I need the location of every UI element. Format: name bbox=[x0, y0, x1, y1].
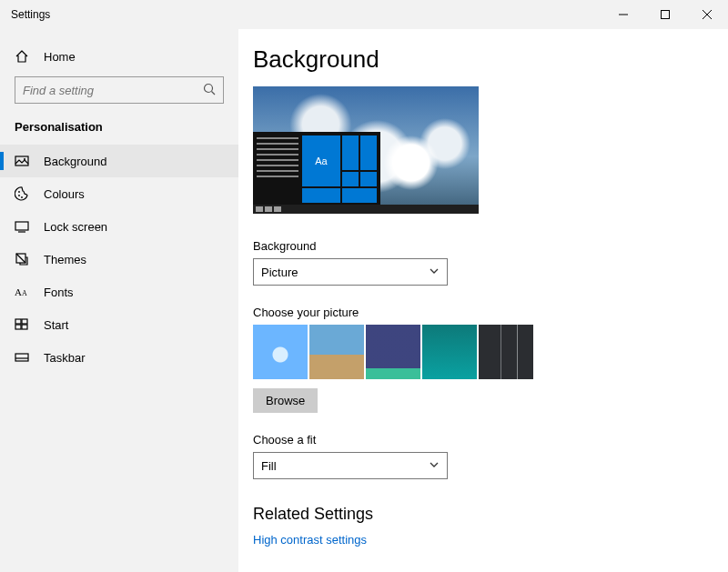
svg-text:A: A bbox=[22, 289, 27, 297]
picture-icon bbox=[15, 154, 29, 168]
svg-line-5 bbox=[212, 91, 216, 95]
home-label: Home bbox=[44, 50, 76, 64]
minimize-icon bbox=[619, 10, 628, 19]
chevron-down-icon bbox=[429, 459, 440, 473]
svg-text:A: A bbox=[15, 286, 22, 297]
background-dropdown-label: Background bbox=[253, 239, 728, 253]
svg-rect-20 bbox=[15, 354, 28, 361]
svg-rect-1 bbox=[662, 11, 670, 19]
background-dropdown-value: Picture bbox=[261, 266, 298, 279]
content-pane[interactable]: Background Aa Background Picture bbox=[238, 29, 728, 572]
sidebar-item-label: Lock screen bbox=[44, 220, 107, 234]
sidebar-item-label: Fonts bbox=[44, 286, 74, 299]
search-input-wrapper[interactable] bbox=[15, 76, 224, 104]
svg-rect-16 bbox=[15, 319, 21, 324]
svg-point-9 bbox=[18, 195, 20, 196]
choose-fit-label: Choose a fit bbox=[253, 433, 728, 447]
sidebar-item-fonts[interactable]: AA Fonts bbox=[0, 276, 238, 308]
fonts-icon: AA bbox=[15, 285, 29, 299]
sidebar-item-colours[interactable]: Colours bbox=[0, 177, 238, 210]
maximize-button[interactable] bbox=[644, 0, 686, 29]
browse-button[interactable]: Browse bbox=[253, 388, 318, 413]
sidebar-item-themes[interactable]: Themes bbox=[0, 243, 238, 276]
home-button[interactable]: Home bbox=[0, 40, 238, 73]
picture-thumbnail[interactable] bbox=[309, 325, 364, 379]
sidebar-item-background[interactable]: Background bbox=[0, 145, 238, 177]
svg-point-8 bbox=[18, 191, 20, 193]
picture-thumbnail[interactable] bbox=[366, 325, 420, 379]
svg-point-10 bbox=[21, 196, 23, 198]
sidebar-item-taskbar[interactable]: Taskbar bbox=[0, 341, 238, 374]
search-icon bbox=[203, 83, 216, 98]
high-contrast-link[interactable]: High contrast settings bbox=[253, 533, 728, 547]
close-icon bbox=[703, 10, 712, 19]
titlebar: Settings bbox=[0, 0, 728, 29]
svg-rect-18 bbox=[15, 325, 21, 329]
sidebar-item-lock-screen[interactable]: Lock screen bbox=[0, 210, 238, 243]
svg-point-4 bbox=[205, 84, 213, 92]
preview-sample-tile: Aa bbox=[302, 135, 340, 186]
sidebar-item-label: Themes bbox=[44, 253, 86, 266]
minimize-button[interactable] bbox=[602, 0, 644, 29]
svg-rect-19 bbox=[22, 325, 27, 329]
chevron-down-icon bbox=[429, 266, 440, 279]
background-dropdown[interactable]: Picture bbox=[253, 258, 448, 286]
sidebar-item-label: Taskbar bbox=[44, 351, 86, 365]
preview-start-menu: Aa bbox=[253, 132, 380, 205]
background-preview: Aa bbox=[253, 86, 479, 214]
picture-thumbnail[interactable] bbox=[479, 325, 533, 379]
picture-thumbnail[interactable] bbox=[253, 325, 308, 379]
maximize-icon bbox=[661, 10, 670, 19]
start-icon bbox=[15, 317, 29, 332]
home-icon bbox=[15, 49, 29, 64]
svg-point-7 bbox=[24, 158, 25, 160]
taskbar-icon bbox=[15, 350, 29, 365]
sidebar-item-start[interactable]: Start bbox=[0, 308, 238, 341]
picture-thumbnail[interactable] bbox=[422, 325, 477, 379]
palette-icon bbox=[15, 186, 29, 201]
fit-dropdown-value: Fill bbox=[261, 459, 277, 473]
svg-rect-11 bbox=[15, 222, 28, 230]
picture-thumbnails bbox=[253, 325, 728, 379]
related-settings-title: Related Settings bbox=[253, 505, 728, 524]
sidebar-item-label: Background bbox=[44, 155, 106, 168]
lock-screen-icon bbox=[15, 219, 29, 234]
page-title: Background bbox=[253, 45, 728, 74]
sidebar-item-label: Start bbox=[44, 318, 68, 332]
window-title: Settings bbox=[11, 8, 50, 21]
fit-dropdown[interactable]: Fill bbox=[253, 452, 448, 479]
window-controls bbox=[602, 0, 728, 29]
close-button[interactable] bbox=[686, 0, 728, 29]
sidebar: Home Personalisation Background Colours bbox=[0, 29, 238, 572]
svg-rect-17 bbox=[22, 319, 27, 324]
themes-icon bbox=[15, 252, 29, 266]
sidebar-item-label: Colours bbox=[44, 187, 85, 201]
svg-rect-6 bbox=[15, 156, 28, 166]
search-input[interactable] bbox=[23, 84, 203, 97]
choose-picture-label: Choose your picture bbox=[253, 306, 728, 319]
category-label: Personalisation bbox=[0, 120, 238, 145]
